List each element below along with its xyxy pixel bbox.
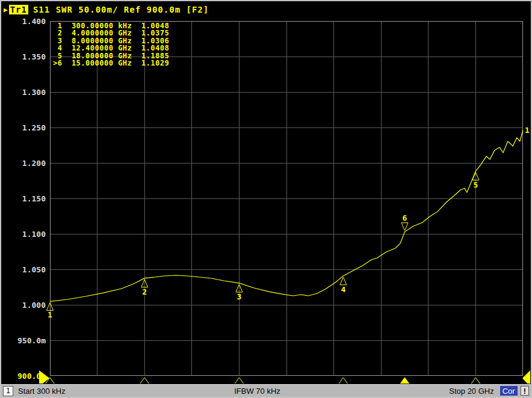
- marker-1-number-label: 1: [48, 310, 52, 319]
- stop-frequency-label: Stop 20 GHz: [449, 387, 493, 396]
- marker-6-stimulus-triangle[interactable]: [400, 378, 410, 384]
- marker-3-number-label: 3: [237, 292, 241, 301]
- reference-level-arrow-right-icon: [522, 370, 530, 384]
- y-axis-tick-label: 1.300: [22, 88, 46, 97]
- y-axis-tick-label: 1.150: [22, 194, 46, 203]
- y-axis-tick-label: 1.350: [22, 52, 46, 61]
- marker-table-row: 4 12.400000 GHz 1.0408: [53, 44, 169, 52]
- marker-6-number-label: 6: [403, 213, 407, 222]
- correction-status-badge: Cor: [500, 386, 518, 396]
- y-axis-tick-label: 1.400: [22, 17, 46, 26]
- marker-4-number-label: 4: [341, 285, 345, 294]
- start-frequency-label: Start 300 kHz: [18, 387, 66, 396]
- marker-4-stimulus-triangle[interactable]: [338, 378, 348, 384]
- marker-3-stimulus-triangle[interactable]: [234, 378, 244, 384]
- marker-table-row: 2 4.0000000 GHz 1.0375: [53, 29, 169, 37]
- marker-table: 1 300.00000 kHz 1.0048 2 4.0000000 GHz 1…: [53, 22, 169, 67]
- marker-2-number-label: 2: [142, 287, 147, 296]
- ifbw-label: IFBW 70 kHz: [234, 387, 280, 396]
- marker-2-stimulus-triangle[interactable]: [140, 378, 149, 384]
- channel-number-box: 1: [3, 386, 13, 396]
- marker-table-row: >6 15.000000 GHz 1.1029: [53, 60, 169, 67]
- vna-window: ▶ Tr1 S11 SWR 50.00m/ Ref 900.0m [F2] 1.…: [0, 0, 532, 398]
- marker-5-number-label: 5: [473, 180, 478, 189]
- warning-indicator: !: [521, 386, 529, 396]
- y-axis-tick-label: 1.200: [22, 159, 46, 168]
- y-axis-tick-label: 1.250: [22, 123, 46, 132]
- y-axis-tick-label: 1.000: [22, 301, 46, 310]
- y-axis-tick-label: 1.100: [22, 230, 46, 239]
- marker-5-stimulus-triangle[interactable]: [471, 378, 480, 384]
- y-axis-tick-label: 1.050: [22, 265, 46, 274]
- status-bar: 1 Start 300 kHz IFBW 70 kHz Stop 20 GHz …: [1, 384, 531, 397]
- y-axis-tick-label: 950.0m: [17, 336, 46, 345]
- trace-end-number-label: 1: [525, 126, 530, 135]
- marker-6-symbol[interactable]: [401, 223, 408, 231]
